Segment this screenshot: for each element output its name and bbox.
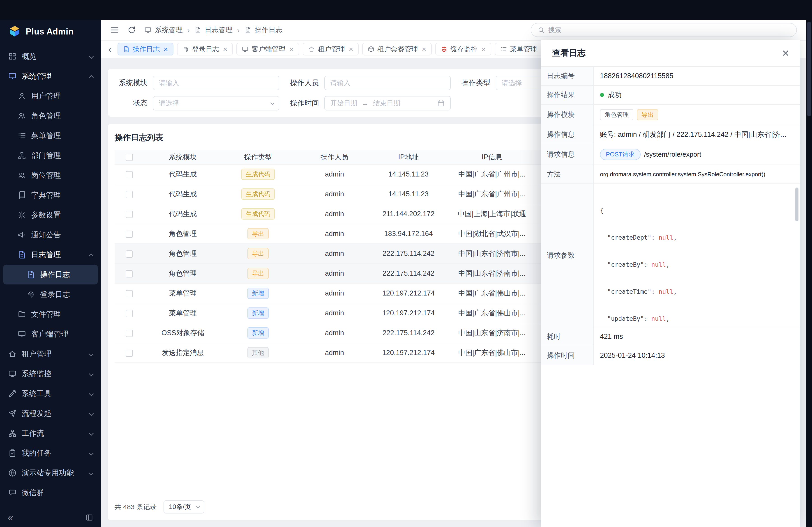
request-params-json[interactable]: { "createDept": null, "createBy": null, … <box>594 184 800 327</box>
row-checkbox[interactable] <box>126 310 133 317</box>
detail-row-module: 操作模块 角色管理 导出 <box>541 105 800 125</box>
global-search-input[interactable]: 搜索 <box>531 23 797 37</box>
range-arrow-icon: → <box>362 100 368 107</box>
breadcrumb-system-management[interactable]: 系统管理 <box>144 25 183 35</box>
sidebar-item-notice[interactable]: 通知公告 <box>3 225 98 245</box>
module-input[interactable] <box>153 76 279 90</box>
detail-row-params: 请求参数 { "createDept": null, "createBy": n… <box>541 184 800 327</box>
close-icon[interactable]: × <box>349 45 353 53</box>
topbar: 系统管理 › 日志管理 › 操作日志 搜索 <box>101 20 806 41</box>
operation-type-tag: 其他 <box>247 347 269 358</box>
chevron-up-icon <box>89 75 93 79</box>
json-scrollbar[interactable] <box>795 187 798 221</box>
page-scrollbar[interactable] <box>807 21 811 116</box>
user-icon <box>18 92 26 100</box>
module-tag: 角色管理 <box>600 109 633 120</box>
sidebar-item-login-log[interactable]: 登录日志 <box>3 284 98 304</box>
sidebar-item-dept-management[interactable]: 部门管理 <box>3 146 98 165</box>
row-checkbox[interactable] <box>126 191 133 198</box>
operation-type-tag: 生成代码 <box>241 208 275 220</box>
list-icon <box>18 132 26 140</box>
document-icon <box>18 251 26 259</box>
collapse-sidebar-icon[interactable]: « <box>8 513 13 523</box>
sidebar-item-system-monitor[interactable]: 系统监控 <box>3 364 98 383</box>
operator-input[interactable] <box>324 76 451 90</box>
sidebar-item-my-tasks[interactable]: 我的任务 <box>3 443 98 463</box>
row-checkbox[interactable] <box>126 230 133 238</box>
tab-tenant-package-management[interactable]: 租户套餐管理 × <box>362 43 432 56</box>
tabs-scroll-left-icon[interactable]: ‹ <box>106 44 114 54</box>
detail-row-time: 操作时间 2025-01-24 10:14:13 <box>541 346 800 365</box>
http-method-tag: POST请求 <box>600 149 641 160</box>
row-checkbox[interactable] <box>126 251 133 258</box>
sidebar-item-system-management[interactable]: 系统管理 <box>3 66 98 86</box>
row-checkbox[interactable] <box>126 290 133 297</box>
log-detail-descriptions: 日志编号 1882612840802115585 操作结果 成功 操作模块 角色… <box>541 66 800 365</box>
row-checkbox[interactable] <box>126 270 133 277</box>
sidebar-item-tenant-management[interactable]: 租户管理 <box>3 344 98 364</box>
tab-tenant-management[interactable]: 租户管理 × <box>303 43 359 56</box>
row-checkbox[interactable] <box>126 350 133 357</box>
status-select[interactable]: 请选择 <box>153 96 279 110</box>
breadcrumb-operation-log[interactable]: 操作日志 <box>244 25 282 35</box>
close-icon[interactable]: × <box>163 45 168 53</box>
close-icon[interactable]: × <box>782 47 789 59</box>
refresh-icon[interactable] <box>127 26 136 34</box>
sidebar-item-process-start[interactable]: 流程发起 <box>3 404 98 423</box>
tab-cache-monitor[interactable]: 缓存监控 × <box>435 43 491 56</box>
monitor-icon <box>8 72 17 80</box>
search-placeholder: 搜索 <box>548 26 562 34</box>
sidebar-item-role-management[interactable]: 角色管理 <box>3 106 98 126</box>
drawer-header: 查看日志 × <box>541 40 800 66</box>
sidebar-item-menu-management[interactable]: 菜单管理 <box>3 126 98 146</box>
col-module: 系统模块 <box>144 150 222 164</box>
sidebar-item-log-management[interactable]: 日志管理 <box>3 245 98 265</box>
sidebar-item-wechat-group[interactable]: 微信群 <box>3 483 98 503</box>
users-icon <box>18 111 26 120</box>
org-tree-icon <box>8 429 17 437</box>
tab-client-management[interactable]: 客户端管理 × <box>236 43 299 56</box>
col-ip-info: IP信息 <box>442 150 541 164</box>
operator-label: 操作人员 <box>286 78 324 88</box>
filter-time: 操作时间 开始日期 → 结束日期 <box>286 96 458 110</box>
sidebar-item-operation-log[interactable]: 操作日志 <box>3 265 98 284</box>
org-tree-icon <box>18 151 26 160</box>
sidebar-item-user-management[interactable]: 用户管理 <box>3 86 98 106</box>
document-icon <box>123 46 130 52</box>
action-tag: 导出 <box>637 109 658 120</box>
row-checkbox[interactable] <box>126 330 133 337</box>
megaphone-icon <box>18 230 26 239</box>
operation-type-tag: 导出 <box>247 268 269 279</box>
operation-type-tag: 生成代码 <box>241 189 275 200</box>
fingerprint-icon <box>183 46 189 52</box>
operation-type-tag: 新增 <box>247 288 269 299</box>
tab-login-log[interactable]: 登录日志 × <box>177 43 233 56</box>
time-range-input[interactable]: 开始日期 → 结束日期 <box>324 96 451 110</box>
brand-header[interactable]: Plus Admin <box>0 20 101 43</box>
sidebar-item-post-management[interactable]: 岗位管理 <box>3 165 98 185</box>
close-icon[interactable]: × <box>223 45 228 53</box>
sidebar-item-param-settings[interactable]: 参数设置 <box>3 205 98 225</box>
row-checkbox[interactable] <box>126 171 133 178</box>
sidebar-item-client-management[interactable]: 客户端管理 <box>3 324 98 344</box>
sidebar-item-demo-features[interactable]: 演示站专用功能 <box>3 463 98 483</box>
sidebar-item-overview[interactable]: 概览 <box>3 46 98 66</box>
brand-name: Plus Admin <box>26 27 74 36</box>
sidebar-item-dict-management[interactable]: 字典管理 <box>3 185 98 205</box>
sidebar-item-workflow[interactable]: 工作流 <box>3 423 98 443</box>
close-icon[interactable]: × <box>481 45 486 53</box>
row-checkbox[interactable] <box>126 211 133 218</box>
page-size-select[interactable]: 10条/页 <box>163 500 204 513</box>
close-icon[interactable]: × <box>289 45 294 53</box>
close-icon[interactable]: × <box>422 45 426 53</box>
breadcrumb-log-management[interactable]: 日志管理 <box>194 25 233 35</box>
hamburger-icon[interactable] <box>110 26 119 34</box>
tab-operation-log[interactable]: 操作日志 × <box>117 43 173 56</box>
detail-row-duration: 耗时 421 ms <box>541 327 800 346</box>
sidebar-item-file-management[interactable]: 文件管理 <box>3 304 98 324</box>
chevron-down-icon <box>89 54 93 59</box>
sidebar-item-system-tools[interactable]: 系统工具 <box>3 383 98 404</box>
pin-sidebar-icon[interactable] <box>85 513 93 522</box>
select-all-checkbox[interactable] <box>126 154 133 161</box>
duration-value: 421 ms <box>594 327 800 346</box>
